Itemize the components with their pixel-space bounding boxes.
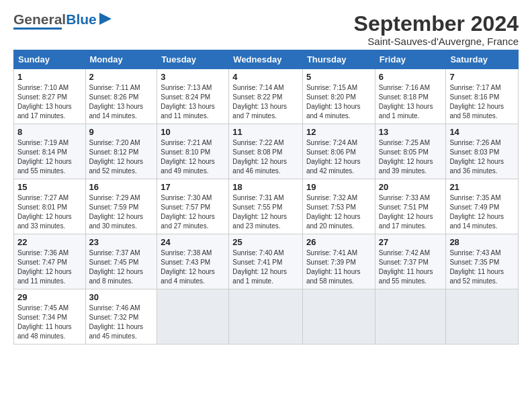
day-number: 1 — [17, 72, 82, 82]
day-number: 23 — [89, 237, 154, 247]
calendar-week-row: 8Sunrise: 7:19 AM Sunset: 8:14 PM Daylig… — [14, 124, 519, 179]
day-info: Sunrise: 7:10 AM Sunset: 8:27 PM Dayligh… — [17, 83, 82, 121]
table-row: 14Sunrise: 7:26 AM Sunset: 8:03 PM Dayli… — [446, 124, 519, 179]
table-row: 17Sunrise: 7:30 AM Sunset: 7:57 PM Dayli… — [157, 179, 229, 234]
day-number: 17 — [161, 182, 225, 192]
day-info: Sunrise: 7:36 AM Sunset: 7:47 PM Dayligh… — [17, 248, 82, 286]
table-row: 10Sunrise: 7:21 AM Sunset: 8:10 PM Dayli… — [157, 124, 229, 179]
table-row: 4Sunrise: 7:14 AM Sunset: 8:22 PM Daylig… — [229, 69, 303, 124]
day-number: 22 — [17, 237, 82, 247]
day-info: Sunrise: 7:42 AM Sunset: 7:37 PM Dayligh… — [379, 248, 443, 286]
day-info: Sunrise: 7:45 AM Sunset: 7:34 PM Dayligh… — [17, 304, 82, 341]
table-row: 24Sunrise: 7:38 AM Sunset: 7:43 PM Dayli… — [157, 234, 229, 289]
table-row: 2Sunrise: 7:11 AM Sunset: 8:26 PM Daylig… — [85, 69, 157, 124]
table-row: 25Sunrise: 7:40 AM Sunset: 7:41 PM Dayli… — [229, 234, 303, 289]
day-number: 13 — [379, 127, 443, 137]
col-wednesday: Wednesday — [229, 50, 303, 69]
day-number: 8 — [17, 127, 82, 137]
day-info: Sunrise: 7:22 AM Sunset: 8:08 PM Dayligh… — [232, 138, 299, 176]
day-info: Sunrise: 7:29 AM Sunset: 7:59 PM Dayligh… — [89, 193, 154, 231]
col-sunday: Sunday — [14, 50, 86, 69]
table-row: 11Sunrise: 7:22 AM Sunset: 8:08 PM Dayli… — [229, 124, 303, 179]
calendar-week-row: 22Sunrise: 7:36 AM Sunset: 7:47 PM Dayli… — [14, 234, 519, 289]
day-number: 26 — [306, 237, 371, 247]
calendar-week-row: 15Sunrise: 7:27 AM Sunset: 8:01 PM Dayli… — [14, 179, 519, 234]
logo-icon — [98, 11, 113, 26]
day-info: Sunrise: 7:32 AM Sunset: 7:53 PM Dayligh… — [306, 193, 371, 231]
table-row: 29Sunrise: 7:45 AM Sunset: 7:34 PM Dayli… — [14, 289, 86, 345]
day-info: Sunrise: 7:27 AM Sunset: 8:01 PM Dayligh… — [17, 193, 82, 231]
calendar-table: Sunday Monday Tuesday Wednesday Thursday… — [13, 50, 519, 345]
day-info: Sunrise: 7:15 AM Sunset: 8:20 PM Dayligh… — [306, 83, 371, 121]
day-info: Sunrise: 7:13 AM Sunset: 8:24 PM Dayligh… — [161, 83, 225, 121]
col-monday: Monday — [85, 50, 157, 69]
day-number: 4 — [232, 72, 299, 82]
day-info: Sunrise: 7:30 AM Sunset: 7:57 PM Dayligh… — [161, 193, 225, 231]
day-number: 29 — [17, 292, 82, 302]
day-info: Sunrise: 7:35 AM Sunset: 7:49 PM Dayligh… — [449, 193, 515, 231]
day-info: Sunrise: 7:37 AM Sunset: 7:45 PM Dayligh… — [89, 248, 154, 286]
col-saturday: Saturday — [446, 50, 519, 69]
day-number: 21 — [449, 182, 515, 192]
page: GeneralBlue September 2024 Saint-Sauves-… — [0, 0, 532, 351]
day-number: 30 — [89, 292, 154, 302]
day-info: Sunrise: 7:14 AM Sunset: 8:22 PM Dayligh… — [232, 83, 299, 121]
col-friday: Friday — [375, 50, 446, 69]
table-row: 30Sunrise: 7:46 AM Sunset: 7:32 PM Dayli… — [85, 289, 157, 345]
logo-blue: Blue — [66, 11, 97, 27]
day-number: 6 — [379, 72, 443, 82]
table-row: 18Sunrise: 7:31 AM Sunset: 7:55 PM Dayli… — [229, 179, 303, 234]
table-row: 9Sunrise: 7:20 AM Sunset: 8:12 PM Daylig… — [85, 124, 157, 179]
day-info: Sunrise: 7:33 AM Sunset: 7:51 PM Dayligh… — [379, 193, 443, 231]
table-row — [375, 289, 446, 345]
day-info: Sunrise: 7:26 AM Sunset: 8:03 PM Dayligh… — [449, 138, 515, 176]
day-info: Sunrise: 7:11 AM Sunset: 8:26 PM Dayligh… — [89, 83, 154, 121]
day-info: Sunrise: 7:24 AM Sunset: 8:06 PM Dayligh… — [306, 138, 371, 176]
day-info: Sunrise: 7:20 AM Sunset: 8:12 PM Dayligh… — [89, 138, 154, 176]
day-number: 7 — [449, 72, 515, 82]
day-info: Sunrise: 7:21 AM Sunset: 8:10 PM Dayligh… — [161, 138, 225, 176]
day-number: 16 — [89, 182, 154, 192]
table-row: 19Sunrise: 7:32 AM Sunset: 7:53 PM Dayli… — [302, 179, 375, 234]
day-info: Sunrise: 7:17 AM Sunset: 8:16 PM Dayligh… — [449, 83, 515, 121]
day-number: 28 — [449, 237, 515, 247]
table-row — [157, 289, 229, 345]
calendar-header-row: Sunday Monday Tuesday Wednesday Thursday… — [14, 50, 519, 69]
day-number: 10 — [161, 127, 225, 137]
title-block: September 2024 Saint-Sauves-d'Auvergne, … — [354, 12, 519, 47]
day-number: 3 — [161, 72, 225, 82]
col-tuesday: Tuesday — [157, 50, 229, 69]
logo: GeneralBlue — [13, 12, 113, 30]
day-number: 19 — [306, 182, 371, 192]
table-row: 20Sunrise: 7:33 AM Sunset: 7:51 PM Dayli… — [375, 179, 446, 234]
day-info: Sunrise: 7:46 AM Sunset: 7:32 PM Dayligh… — [89, 304, 154, 341]
header: GeneralBlue September 2024 Saint-Sauves-… — [13, 12, 519, 47]
day-info: Sunrise: 7:19 AM Sunset: 8:14 PM Dayligh… — [17, 138, 82, 176]
table-row — [446, 289, 519, 345]
table-row: 12Sunrise: 7:24 AM Sunset: 8:06 PM Dayli… — [302, 124, 375, 179]
day-number: 2 — [89, 72, 154, 82]
day-number: 25 — [232, 237, 299, 247]
col-thursday: Thursday — [302, 50, 375, 69]
logo-text: GeneralBlue — [13, 12, 97, 26]
table-row: 1Sunrise: 7:10 AM Sunset: 8:27 PM Daylig… — [14, 69, 86, 124]
day-number: 18 — [232, 182, 299, 192]
logo-general: General — [13, 11, 66, 27]
day-number: 20 — [379, 182, 443, 192]
calendar-week-row: 29Sunrise: 7:45 AM Sunset: 7:34 PM Dayli… — [14, 289, 519, 345]
calendar-subtitle: Saint-Sauves-d'Auvergne, France — [354, 36, 519, 47]
day-number: 5 — [306, 72, 371, 82]
table-row: 6Sunrise: 7:16 AM Sunset: 8:18 PM Daylig… — [375, 69, 446, 124]
day-number: 9 — [89, 127, 154, 137]
table-row: 8Sunrise: 7:19 AM Sunset: 8:14 PM Daylig… — [14, 124, 86, 179]
day-info: Sunrise: 7:25 AM Sunset: 8:05 PM Dayligh… — [379, 138, 443, 176]
day-info: Sunrise: 7:40 AM Sunset: 7:41 PM Dayligh… — [232, 248, 299, 286]
table-row: 7Sunrise: 7:17 AM Sunset: 8:16 PM Daylig… — [446, 69, 519, 124]
day-number: 11 — [232, 127, 299, 137]
day-info: Sunrise: 7:31 AM Sunset: 7:55 PM Dayligh… — [232, 193, 299, 231]
table-row: 26Sunrise: 7:41 AM Sunset: 7:39 PM Dayli… — [302, 234, 375, 289]
table-row: 21Sunrise: 7:35 AM Sunset: 7:49 PM Dayli… — [446, 179, 519, 234]
table-row: 3Sunrise: 7:13 AM Sunset: 8:24 PM Daylig… — [157, 69, 229, 124]
table-row: 23Sunrise: 7:37 AM Sunset: 7:45 PM Dayli… — [85, 234, 157, 289]
svg-marker-0 — [99, 13, 112, 25]
